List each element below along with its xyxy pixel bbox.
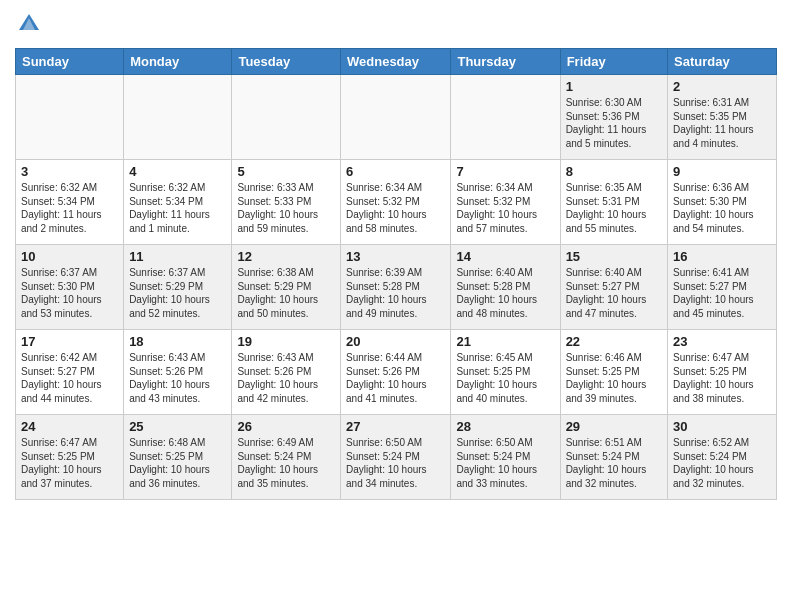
day-number: 15 (566, 249, 662, 264)
day-info: Sunrise: 6:43 AM Sunset: 5:26 PM Dayligh… (129, 351, 226, 405)
day-number: 11 (129, 249, 226, 264)
calendar-header-tuesday: Tuesday (232, 49, 341, 75)
calendar-cell-w3d5: 22Sunrise: 6:46 AM Sunset: 5:25 PM Dayli… (560, 330, 667, 415)
day-number: 8 (566, 164, 662, 179)
calendar-cell-w4d0: 24Sunrise: 6:47 AM Sunset: 5:25 PM Dayli… (16, 415, 124, 500)
calendar-cell-w1d6: 9Sunrise: 6:36 AM Sunset: 5:30 PM Daylig… (668, 160, 777, 245)
calendar-cell-w0d2 (232, 75, 341, 160)
calendar-header-wednesday: Wednesday (341, 49, 451, 75)
day-info: Sunrise: 6:35 AM Sunset: 5:31 PM Dayligh… (566, 181, 662, 235)
day-info: Sunrise: 6:30 AM Sunset: 5:36 PM Dayligh… (566, 96, 662, 150)
day-number: 21 (456, 334, 554, 349)
calendar-cell-w2d3: 13Sunrise: 6:39 AM Sunset: 5:28 PM Dayli… (341, 245, 451, 330)
day-number: 26 (237, 419, 335, 434)
calendar-table: SundayMondayTuesdayWednesdayThursdayFrid… (15, 48, 777, 500)
day-info: Sunrise: 6:36 AM Sunset: 5:30 PM Dayligh… (673, 181, 771, 235)
logo-icon (15, 10, 43, 38)
calendar-cell-w3d0: 17Sunrise: 6:42 AM Sunset: 5:27 PM Dayli… (16, 330, 124, 415)
day-info: Sunrise: 6:37 AM Sunset: 5:29 PM Dayligh… (129, 266, 226, 320)
calendar-header-sunday: Sunday (16, 49, 124, 75)
day-number: 6 (346, 164, 445, 179)
day-number: 7 (456, 164, 554, 179)
calendar-header-monday: Monday (124, 49, 232, 75)
calendar-cell-w3d2: 19Sunrise: 6:43 AM Sunset: 5:26 PM Dayli… (232, 330, 341, 415)
day-info: Sunrise: 6:43 AM Sunset: 5:26 PM Dayligh… (237, 351, 335, 405)
day-info: Sunrise: 6:32 AM Sunset: 5:34 PM Dayligh… (21, 181, 118, 235)
day-info: Sunrise: 6:32 AM Sunset: 5:34 PM Dayligh… (129, 181, 226, 235)
day-info: Sunrise: 6:48 AM Sunset: 5:25 PM Dayligh… (129, 436, 226, 490)
day-number: 25 (129, 419, 226, 434)
calendar-cell-w2d1: 11Sunrise: 6:37 AM Sunset: 5:29 PM Dayli… (124, 245, 232, 330)
day-info: Sunrise: 6:37 AM Sunset: 5:30 PM Dayligh… (21, 266, 118, 320)
day-number: 28 (456, 419, 554, 434)
day-info: Sunrise: 6:34 AM Sunset: 5:32 PM Dayligh… (346, 181, 445, 235)
day-info: Sunrise: 6:52 AM Sunset: 5:24 PM Dayligh… (673, 436, 771, 490)
day-number: 16 (673, 249, 771, 264)
calendar-cell-w3d4: 21Sunrise: 6:45 AM Sunset: 5:25 PM Dayli… (451, 330, 560, 415)
calendar-cell-w4d6: 30Sunrise: 6:52 AM Sunset: 5:24 PM Dayli… (668, 415, 777, 500)
day-number: 18 (129, 334, 226, 349)
calendar-cell-w2d4: 14Sunrise: 6:40 AM Sunset: 5:28 PM Dayli… (451, 245, 560, 330)
day-info: Sunrise: 6:46 AM Sunset: 5:25 PM Dayligh… (566, 351, 662, 405)
day-number: 30 (673, 419, 771, 434)
calendar-cell-w1d3: 6Sunrise: 6:34 AM Sunset: 5:32 PM Daylig… (341, 160, 451, 245)
calendar-cell-w2d5: 15Sunrise: 6:40 AM Sunset: 5:27 PM Dayli… (560, 245, 667, 330)
header (15, 10, 777, 38)
day-number: 12 (237, 249, 335, 264)
day-info: Sunrise: 6:51 AM Sunset: 5:24 PM Dayligh… (566, 436, 662, 490)
calendar-header-saturday: Saturday (668, 49, 777, 75)
calendar-cell-w3d1: 18Sunrise: 6:43 AM Sunset: 5:26 PM Dayli… (124, 330, 232, 415)
calendar-cell-w0d1 (124, 75, 232, 160)
calendar-header-friday: Friday (560, 49, 667, 75)
calendar-cell-w3d6: 23Sunrise: 6:47 AM Sunset: 5:25 PM Dayli… (668, 330, 777, 415)
calendar-cell-w1d4: 7Sunrise: 6:34 AM Sunset: 5:32 PM Daylig… (451, 160, 560, 245)
day-info: Sunrise: 6:40 AM Sunset: 5:27 PM Dayligh… (566, 266, 662, 320)
day-info: Sunrise: 6:50 AM Sunset: 5:24 PM Dayligh… (346, 436, 445, 490)
calendar-header-thursday: Thursday (451, 49, 560, 75)
calendar-cell-w0d5: 1Sunrise: 6:30 AM Sunset: 5:36 PM Daylig… (560, 75, 667, 160)
day-info: Sunrise: 6:34 AM Sunset: 5:32 PM Dayligh… (456, 181, 554, 235)
calendar-cell-w1d1: 4Sunrise: 6:32 AM Sunset: 5:34 PM Daylig… (124, 160, 232, 245)
day-number: 4 (129, 164, 226, 179)
calendar-cell-w0d3 (341, 75, 451, 160)
day-info: Sunrise: 6:50 AM Sunset: 5:24 PM Dayligh… (456, 436, 554, 490)
week-row-0: 1Sunrise: 6:30 AM Sunset: 5:36 PM Daylig… (16, 75, 777, 160)
week-row-3: 17Sunrise: 6:42 AM Sunset: 5:27 PM Dayli… (16, 330, 777, 415)
logo (15, 10, 47, 38)
week-row-2: 10Sunrise: 6:37 AM Sunset: 5:30 PM Dayli… (16, 245, 777, 330)
day-number: 3 (21, 164, 118, 179)
day-number: 24 (21, 419, 118, 434)
calendar-cell-w4d3: 27Sunrise: 6:50 AM Sunset: 5:24 PM Dayli… (341, 415, 451, 500)
calendar-cell-w2d2: 12Sunrise: 6:38 AM Sunset: 5:29 PM Dayli… (232, 245, 341, 330)
day-info: Sunrise: 6:39 AM Sunset: 5:28 PM Dayligh… (346, 266, 445, 320)
calendar-cell-w1d5: 8Sunrise: 6:35 AM Sunset: 5:31 PM Daylig… (560, 160, 667, 245)
page: SundayMondayTuesdayWednesdayThursdayFrid… (0, 0, 792, 515)
day-number: 22 (566, 334, 662, 349)
calendar-cell-w4d4: 28Sunrise: 6:50 AM Sunset: 5:24 PM Dayli… (451, 415, 560, 500)
day-number: 17 (21, 334, 118, 349)
week-row-4: 24Sunrise: 6:47 AM Sunset: 5:25 PM Dayli… (16, 415, 777, 500)
day-info: Sunrise: 6:47 AM Sunset: 5:25 PM Dayligh… (21, 436, 118, 490)
day-info: Sunrise: 6:40 AM Sunset: 5:28 PM Dayligh… (456, 266, 554, 320)
calendar-cell-w2d6: 16Sunrise: 6:41 AM Sunset: 5:27 PM Dayli… (668, 245, 777, 330)
day-info: Sunrise: 6:42 AM Sunset: 5:27 PM Dayligh… (21, 351, 118, 405)
week-row-1: 3Sunrise: 6:32 AM Sunset: 5:34 PM Daylig… (16, 160, 777, 245)
calendar-cell-w0d0 (16, 75, 124, 160)
calendar-cell-w4d5: 29Sunrise: 6:51 AM Sunset: 5:24 PM Dayli… (560, 415, 667, 500)
day-info: Sunrise: 6:45 AM Sunset: 5:25 PM Dayligh… (456, 351, 554, 405)
day-number: 9 (673, 164, 771, 179)
calendar-cell-w0d6: 2Sunrise: 6:31 AM Sunset: 5:35 PM Daylig… (668, 75, 777, 160)
day-number: 27 (346, 419, 445, 434)
day-number: 29 (566, 419, 662, 434)
day-number: 5 (237, 164, 335, 179)
calendar-cell-w1d2: 5Sunrise: 6:33 AM Sunset: 5:33 PM Daylig… (232, 160, 341, 245)
day-info: Sunrise: 6:49 AM Sunset: 5:24 PM Dayligh… (237, 436, 335, 490)
day-number: 19 (237, 334, 335, 349)
day-number: 14 (456, 249, 554, 264)
day-number: 1 (566, 79, 662, 94)
calendar-cell-w0d4 (451, 75, 560, 160)
calendar-cell-w2d0: 10Sunrise: 6:37 AM Sunset: 5:30 PM Dayli… (16, 245, 124, 330)
day-info: Sunrise: 6:31 AM Sunset: 5:35 PM Dayligh… (673, 96, 771, 150)
day-info: Sunrise: 6:44 AM Sunset: 5:26 PM Dayligh… (346, 351, 445, 405)
calendar-header-row: SundayMondayTuesdayWednesdayThursdayFrid… (16, 49, 777, 75)
